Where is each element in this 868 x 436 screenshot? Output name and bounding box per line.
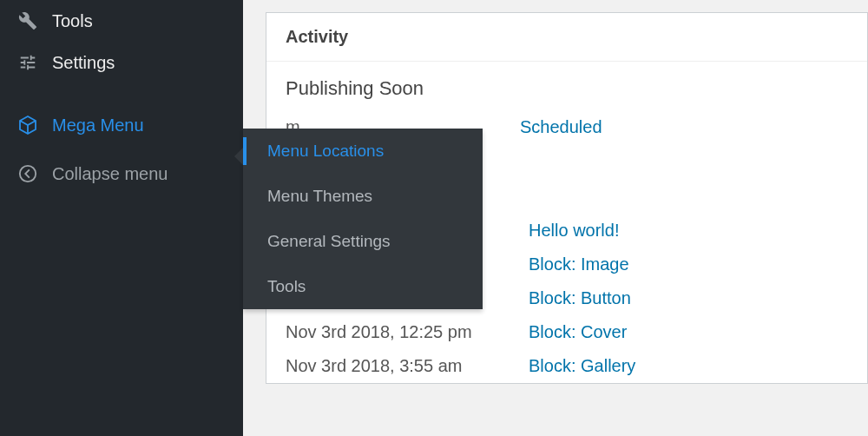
post-link[interactable]: Block: Button <box>529 288 631 308</box>
publishing-soon-title: Publishing Soon <box>266 62 867 112</box>
post-link[interactable]: Block: Gallery <box>529 356 635 376</box>
sidebar-item-mega-menu[interactable]: Mega Menu <box>0 104 243 146</box>
collapse-icon <box>16 162 40 186</box>
flyout-item-label: Tools <box>267 277 306 295</box>
post-link[interactable]: Block: Cover <box>529 322 627 342</box>
admin-sidebar: Tools Settings Mega Menu Collapse menu <box>0 0 243 436</box>
sidebar-spacer <box>0 83 243 104</box>
svg-point-0 <box>20 166 36 182</box>
flyout-item-label: Menu Themes <box>267 187 372 205</box>
sliders-icon <box>16 50 40 75</box>
sidebar-item-settings[interactable]: Settings <box>0 42 243 83</box>
flyout-item-label: Menu Locations <box>267 142 384 160</box>
collapse-menu[interactable]: Collapse menu <box>0 151 243 196</box>
flyout-item-tools[interactable]: Tools <box>243 264 483 309</box>
post-date: Nov 3rd 2018, 3:55 am <box>286 356 529 376</box>
sidebar-item-label: Settings <box>52 53 115 73</box>
post-row: Nov 3rd 2018, 3:55 am Block: Gallery <box>286 349 848 383</box>
sidebar-item-tools[interactable]: Tools <box>0 0 243 42</box>
flyout-item-general-settings[interactable]: General Settings <box>243 219 483 264</box>
mega-menu-flyout: Menu Locations Menu Themes General Setti… <box>243 129 483 309</box>
sidebar-item-label: Mega Menu <box>52 116 144 135</box>
flyout-item-menu-locations[interactable]: Menu Locations <box>243 129 483 174</box>
activity-title: Activity <box>266 13 867 62</box>
collapse-label: Collapse menu <box>52 164 168 184</box>
flyout-item-label: General Settings <box>267 232 391 250</box>
cube-icon <box>16 113 40 137</box>
post-link[interactable]: Block: Image <box>529 254 629 274</box>
wrench-icon <box>16 9 40 33</box>
sidebar-item-label: Tools <box>52 11 93 31</box>
scheduled-link[interactable]: Scheduled <box>520 117 602 137</box>
flyout-item-menu-themes[interactable]: Menu Themes <box>243 174 483 219</box>
post-link[interactable]: Hello world! <box>529 221 619 241</box>
post-row: Nov 3rd 2018, 12:25 pm Block: Cover <box>286 315 848 349</box>
post-date: Nov 3rd 2018, 12:25 pm <box>286 322 529 342</box>
